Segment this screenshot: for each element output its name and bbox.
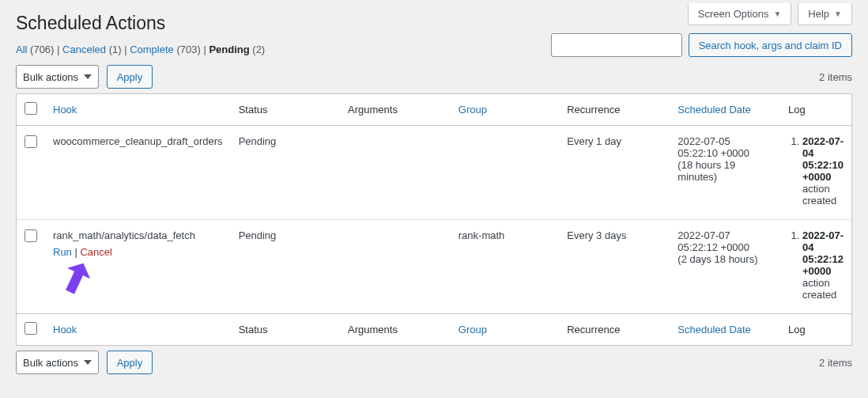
col-scheduled-foot[interactable]: Scheduled Date: [677, 324, 751, 335]
status-cell: Pending: [231, 220, 340, 314]
filter-all[interactable]: All: [16, 44, 27, 55]
arguments-cell: [340, 220, 451, 314]
annotation-arrow-icon: [64, 260, 99, 295]
screen-options-label: Screen Options: [698, 8, 769, 20]
scheduled-ts: 2022-07-05 05:22:10 +0000: [677, 135, 772, 159]
col-group[interactable]: Group: [459, 104, 487, 116]
select-all-top[interactable]: [25, 102, 37, 115]
chevron-down-icon: ▼: [773, 9, 781, 18]
search-input[interactable]: [551, 33, 682, 57]
bulk-actions-select-top[interactable]: Bulk actions: [16, 65, 99, 89]
group-cell: [451, 126, 559, 220]
row-checkbox[interactable]: [25, 135, 37, 148]
hook-name: rank_math/analytics/data_fetch: [53, 229, 223, 241]
filter-canceled[interactable]: Canceled: [62, 44, 106, 55]
table-row: woocommerce_cleanup_draft_ordersPendingE…: [17, 126, 852, 220]
log-entry: 2022-07-04 05:22:10 +0000action created: [802, 135, 843, 207]
select-all-bottom[interactable]: [25, 322, 37, 335]
log-message: action created: [802, 277, 843, 301]
tablenav-top: Bulk actions Apply 2 items: [16, 65, 852, 89]
filter-pending-count: (2): [252, 44, 265, 55]
table-row: rank_math/analytics/data_fetchRun | Canc…: [17, 220, 852, 314]
items-count-top: 2 items: [819, 71, 852, 83]
bulk-actions-select-bottom[interactable]: Bulk actions: [16, 351, 99, 374]
filter-complete-count: (703): [176, 44, 200, 55]
scheduled-rel: (2 days 18 hours): [677, 253, 772, 265]
log-timestamp: 2022-07-04 05:22:12 +0000: [802, 229, 843, 277]
col-group-foot[interactable]: Group: [459, 324, 487, 335]
actions-table: Hook Status Arguments Group Recurrence S…: [16, 93, 852, 346]
log-timestamp: 2022-07-04 05:22:10 +0000: [802, 135, 843, 183]
apply-button-bottom[interactable]: Apply: [107, 351, 153, 374]
col-log-foot: Log: [780, 314, 852, 346]
col-arguments: Arguments: [340, 94, 451, 126]
col-status: Status: [231, 94, 340, 126]
col-hook-foot[interactable]: Hook: [53, 324, 77, 335]
log-message: action created: [802, 183, 843, 207]
col-log: Log: [780, 94, 852, 126]
col-hook[interactable]: Hook: [53, 104, 77, 116]
group-cell: rank-math: [451, 220, 559, 314]
row-checkbox[interactable]: [25, 229, 37, 242]
search-button[interactable]: Search hook, args and claim ID: [689, 33, 852, 57]
status-cell: Pending: [231, 126, 340, 220]
col-arguments-foot: Arguments: [340, 314, 451, 346]
filter-all-count: (706): [30, 44, 54, 55]
cancel-action-link[interactable]: Cancel: [80, 246, 111, 258]
log-list: 2022-07-04 05:22:10 +0000action created: [788, 135, 843, 207]
col-status-foot: Status: [231, 314, 340, 346]
col-scheduled[interactable]: Scheduled Date: [677, 104, 751, 116]
help-label: Help: [808, 8, 829, 20]
log-entry: 2022-07-04 05:22:12 +0000action created: [802, 229, 843, 301]
recurrence-cell: Every 3 days: [559, 220, 670, 314]
tablenav-bottom: Bulk actions Apply 2 items: [16, 351, 852, 374]
recurrence-cell: Every 1 day: [559, 126, 670, 220]
arguments-cell: [340, 126, 451, 220]
run-action-link[interactable]: Run: [53, 246, 72, 258]
screen-options-button[interactable]: Screen Options ▼: [688, 3, 792, 25]
hook-name: woocommerce_cleanup_draft_orders: [53, 135, 223, 147]
filter-complete[interactable]: Complete: [130, 44, 174, 55]
items-count-bottom: 2 items: [819, 357, 852, 369]
scheduled-rel: (18 hours 19 minutes): [677, 159, 772, 183]
col-recurrence: Recurrence: [559, 94, 670, 126]
scheduled-ts: 2022-07-07 05:22:12 +0000: [677, 229, 772, 253]
log-list: 2022-07-04 05:22:12 +0000action created: [788, 229, 843, 301]
col-recurrence-foot: Recurrence: [559, 314, 670, 346]
chevron-down-icon: ▼: [834, 9, 842, 18]
filter-canceled-count: (1): [109, 44, 122, 55]
help-button[interactable]: Help ▼: [798, 3, 852, 25]
filter-pending[interactable]: Pending: [209, 44, 249, 55]
apply-button-top[interactable]: Apply: [107, 65, 153, 89]
